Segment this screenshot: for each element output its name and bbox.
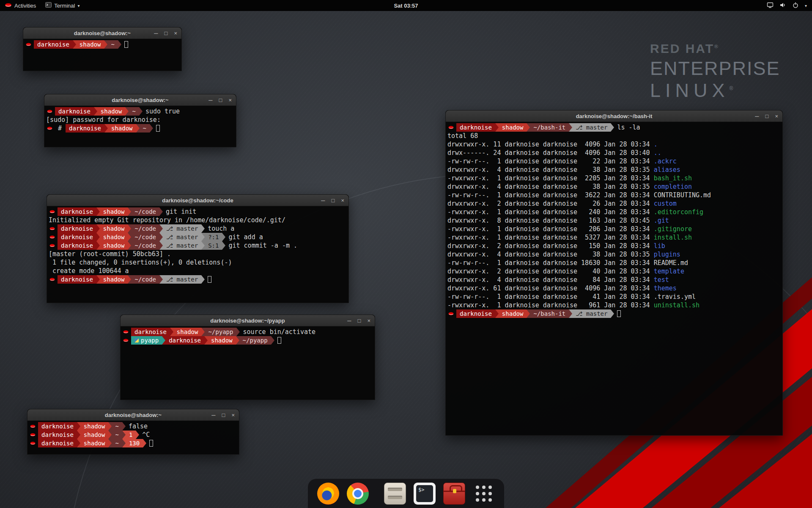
- minimize-button[interactable]: ─: [347, 318, 351, 323]
- terminal-line: drwx------. 24 darknoise darknoise 4096 …: [447, 149, 781, 157]
- app-grid-icon[interactable]: [473, 483, 495, 505]
- terminal-window-home-2[interactable]: darknoise@shadow:~ ─ □ × darknoiseshadow…: [27, 409, 239, 455]
- maximize-button[interactable]: □: [165, 30, 168, 36]
- terminal-line: -rwxrwxr-x. 1 darknoise darknoise 240 Ja…: [447, 208, 781, 216]
- terminal-content[interactable]: darknoiseshadow~sudo true[sudo] password…: [44, 106, 236, 147]
- powerline-arrow: [159, 233, 163, 241]
- minimize-button[interactable]: ─: [755, 113, 759, 119]
- brand-line-1: RED HAT®: [650, 41, 780, 56]
- prompt-segment-host: shadow: [80, 439, 109, 447]
- drawer-slot: [388, 488, 402, 491]
- close-button[interactable]: ×: [367, 318, 370, 323]
- prompt-segment-path: ~: [140, 124, 150, 133]
- terminal-dock-icon[interactable]: $>: [414, 483, 436, 505]
- titlebar[interactable]: darknoise@shadow:~/code ─ □ ×: [47, 195, 348, 206]
- terminal-line: darknoiseshadow~/code⎇ mastertouch a: [49, 224, 347, 233]
- output-text: bash_it.sh: [654, 174, 692, 182]
- brand-line-3: LINUX®: [650, 80, 780, 102]
- terminal-line: darknoiseshadow~false: [29, 422, 237, 431]
- maximize-button[interactable]: □: [222, 412, 225, 418]
- output-text: themes: [654, 284, 677, 292]
- terminal-window-bashit[interactable]: darknoise@shadow:~/bash-it ─ □ × darknoi…: [445, 110, 783, 436]
- terminal-line: drwxrwxr-x. 11 darknoise darknoise 4096 …: [447, 140, 781, 149]
- window-title: darknoise@shadow:~/pyapp: [210, 318, 285, 324]
- toolbox-icon[interactable]: [443, 483, 465, 505]
- close-button[interactable]: ×: [174, 30, 177, 36]
- close-button[interactable]: ×: [775, 113, 778, 119]
- prompt-segment-git: ⎇ master: [572, 309, 611, 318]
- output-text: total 68: [447, 132, 478, 140]
- powerline-arrow: [96, 207, 100, 216]
- prompt-segment-git: ⎇ master: [163, 233, 201, 241]
- maximize-button[interactable]: □: [219, 97, 222, 103]
- powerline-arrow: [222, 233, 225, 241]
- minimize-button[interactable]: ─: [208, 97, 212, 103]
- output-text: drwxrwxr-x. 2 darknoise darknoise 26 Jan…: [447, 200, 654, 207]
- terminal-line: # darknoiseshadow~: [46, 124, 234, 133]
- close-button[interactable]: ×: [228, 97, 232, 103]
- chevron-down-icon: ▾: [77, 3, 80, 8]
- brand-line-2: ENTERPRISE: [650, 58, 780, 80]
- terminal-line: drwxrwxr-x. 2 darknoise darknoise 26 Jan…: [447, 199, 781, 208]
- minimize-button[interactable]: ─: [321, 198, 325, 203]
- redhat-prompt-icon: [47, 109, 52, 113]
- output-text: drwx------. 24 darknoise darknoise 4096 …: [447, 149, 654, 157]
- chrome-icon[interactable]: [347, 483, 369, 505]
- terminal-line: drwxrwxr-x. 61 darknoise darknoise 4096 …: [447, 284, 781, 293]
- files-icon[interactable]: [384, 483, 406, 505]
- maximize-button[interactable]: □: [765, 113, 769, 119]
- close-button[interactable]: ×: [231, 412, 235, 418]
- terminal-content[interactable]: darknoiseshadow~falsedarknoiseshadow~1^C…: [27, 421, 239, 454]
- prompt-segment-path: ~: [112, 422, 122, 431]
- command-text: source bin/activate: [240, 328, 315, 336]
- prompt-segment-git: ⎇ master: [163, 224, 201, 233]
- redhat-prompt-icon: [49, 243, 55, 248]
- redhat-prompt-icon: [30, 433, 36, 437]
- powerline-arrow: [159, 207, 163, 216]
- gnome-top-bar: Activities Terminal ▾ Sat 03:57 ▾: [0, 0, 812, 11]
- prompt-segment-host: shadow: [80, 431, 109, 439]
- titlebar[interactable]: darknoise@shadow:~/pyapp ─ □ ×: [121, 315, 375, 326]
- powerline-arrow: [162, 336, 165, 345]
- minimize-button[interactable]: ─: [154, 30, 158, 36]
- terminal-window-home-1[interactable]: darknoise@shadow:~ ─ □ × darknoiseshadow…: [23, 27, 182, 71]
- titlebar[interactable]: darknoise@shadow:~ ─ □ ×: [23, 28, 181, 39]
- activities-button[interactable]: Activities: [0, 0, 41, 11]
- maximize-button[interactable]: □: [332, 198, 335, 203]
- terminal-line: darknoiseshadow~/code⎇ masterS:1git comm…: [49, 241, 347, 250]
- terminal-content[interactable]: darknoiseshadow~/bash-it⎇ masterls -lato…: [446, 122, 782, 435]
- minimize-button[interactable]: ─: [211, 412, 215, 418]
- powerline-arrow: [118, 40, 121, 49]
- terminal-window-pyapp[interactable]: darknoise@shadow:~/pyapp ─ □ × darknoise…: [120, 315, 375, 400]
- titlebar[interactable]: darknoise@shadow:~ ─ □ ×: [27, 409, 239, 421]
- output-text: [sudo] password for darknoise:: [46, 116, 161, 124]
- prompt-segment-git: ⎇ master: [163, 241, 201, 250]
- terminal-line: -rw-rw-r--. 1 darknoise darknoise 22 Jan…: [447, 157, 781, 166]
- titlebar[interactable]: darknoise@shadow:~/bash-it ─ □ ×: [446, 110, 782, 122]
- powerline-arrow: [77, 439, 80, 447]
- terminal-content[interactable]: darknoiseshadow~: [23, 39, 181, 71]
- titlebar[interactable]: darknoise@shadow:~ ─ □ ×: [44, 94, 236, 106]
- terminal-line: drwxrwxr-x. 4 darknoise darknoise 38 Jan…: [447, 166, 781, 174]
- prompt-segment-user: darknoise: [38, 439, 77, 447]
- terminal-line: create mode 100644 a: [49, 267, 347, 275]
- app-menu-terminal[interactable]: Terminal ▾: [41, 0, 84, 11]
- system-status-area[interactable]: ▾: [767, 0, 812, 11]
- maximize-button[interactable]: □: [358, 318, 361, 323]
- powerline-arrow: [495, 309, 499, 318]
- terminal-window-sudo[interactable]: darknoise@shadow:~ ─ □ × darknoiseshadow…: [44, 94, 236, 147]
- redhat-prompt-icon: [30, 424, 36, 428]
- close-button[interactable]: ×: [341, 198, 344, 203]
- powerline-arrow: [159, 241, 163, 250]
- command-text: ls -la: [614, 124, 640, 131]
- python-icon: [134, 338, 139, 342]
- terminal-content[interactable]: darknoiseshadow~/pyappsource bin/activat…: [121, 326, 375, 400]
- terminal-line: Initialized empty Git repository in /hom…: [49, 216, 347, 224]
- firefox-icon[interactable]: [317, 483, 339, 505]
- terminal-window-code[interactable]: darknoise@shadow:~/code ─ □ × darknoises…: [47, 194, 349, 303]
- terminal-content[interactable]: darknoiseshadow~/codegit initInitialized…: [47, 206, 348, 303]
- powerline-arrow: [122, 431, 126, 439]
- prompt-segment-user: darknoise: [58, 207, 96, 216]
- terminal-cursor: [124, 41, 128, 48]
- output-text: drwxrwxr-x. 61 darknoise darknoise 4096 …: [447, 284, 654, 292]
